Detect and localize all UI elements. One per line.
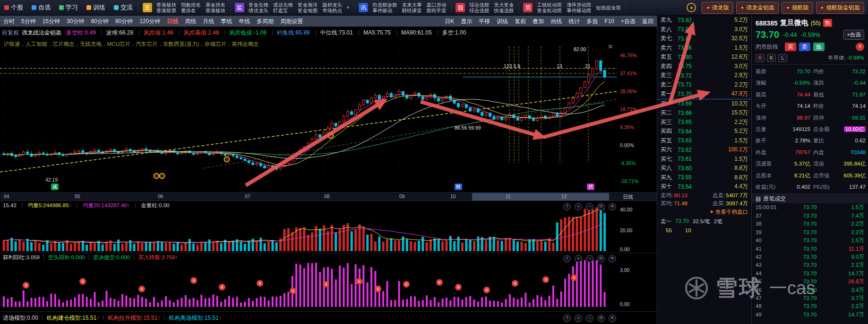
help-icon[interactable]: ? — [563, 203, 571, 210]
main-chart[interactable]: 沪股通，人工智能，芯片概念，无线充电，MCU芯片，汽车芯片，东数西算(算力)，存… — [0, 39, 657, 192]
tool-叠加[interactable]: 叠加 — [529, 16, 547, 27]
period-年线[interactable]: 年线 — [235, 16, 253, 27]
buy-level-row[interactable]: 买十73.544.4万 — [657, 182, 751, 192]
tool-返回[interactable]: 返回 — [639, 16, 657, 27]
buy-level-row[interactable]: 买八73.608.8万 — [657, 164, 751, 173]
toolbar-subitem[interactable]: 题材龙头市场热点 — [320, 0, 344, 15]
tool-复权[interactable]: 复权 — [511, 16, 529, 27]
sell-level-row[interactable]: 卖三73.722.9万 — [657, 71, 751, 80]
period-多周期[interactable]: 多周期 — [253, 16, 277, 27]
sell-level-row[interactable]: 卖六73.861.5万 — [657, 44, 751, 53]
tool-显示[interactable]: 显示 — [457, 16, 475, 27]
toolbar-subitem[interactable]: 盘口异动股民学堂 — [424, 0, 448, 15]
buy-level-row[interactable]: 买一73.6910.3万 — [657, 99, 751, 109]
sell-level-row[interactable]: 卖一73.7047.9万 — [657, 89, 751, 99]
flag-k[interactable]: K — [767, 54, 776, 62]
zoom-out-icon[interactable]: － — [586, 315, 593, 322]
toolbar-subitem[interactable]: 香港板块香港股票 — [154, 0, 179, 15]
tick-list-header[interactable]: ▤ 逐笔成交 — [752, 194, 868, 203]
refresh-icon[interactable]: ⟳ — [597, 255, 605, 263]
period-周线[interactable]: 周线 — [181, 16, 199, 27]
toolbar-subitem[interactable]: 工线轮动简资金轮动简 — [534, 0, 564, 15]
sector-change[interactable]: 半导体:-0.98% — [828, 54, 864, 61]
indicator-panel[interactable]: 获利回吐:3.059丨空头回补:0.000丨坚决做空:0.000丨买入持股:3.… — [0, 253, 657, 311]
tool-画线[interactable]: 画线 — [547, 16, 565, 27]
toolbar-item-个股[interactable]: 个股 — [0, 0, 27, 15]
toolbar-subitem[interactable]: 道达先锋盯盘宝 — [271, 0, 295, 15]
period-日线[interactable]: 日线 — [163, 16, 181, 27]
period-90分钟[interactable]: 90分钟 — [112, 16, 136, 27]
toolbar-subitem[interactable]: 未来大事财经课堂 — [399, 0, 424, 15]
volume-panel[interactable]: 15.42 丨 均量5:244986.85↑ 丨 均量20:143287.40↑… — [0, 201, 657, 253]
buy-level-row[interactable]: 买九73.558.8万 — [657, 173, 751, 183]
flag-l[interactable]: L — [778, 54, 787, 62]
sell-level-row[interactable]: 卖二73.712.2万 — [657, 80, 751, 90]
tool-统计[interactable]: 统计 — [565, 16, 583, 27]
refresh-icon[interactable]: ⟳ — [597, 315, 605, 322]
event-badge-财[interactable]: 财 — [455, 184, 462, 190]
toolbar-item-学习[interactable]: 学习 — [55, 0, 82, 15]
level2-depth-link[interactable]: ✦ 查看千档盘口 — [657, 208, 751, 217]
close-icon[interactable]: ✕ — [609, 255, 616, 263]
toolbar-subitem[interactable]: 基金排名香港板块 — [203, 0, 228, 15]
buy-level-row[interactable]: 买七73.611.5万 — [657, 155, 751, 164]
tool-+自选[interactable]: +自选 — [618, 16, 639, 27]
toolbar-subitem[interactable]: 无大资金快速选股 — [491, 0, 516, 15]
close-icon[interactable]: ✕ — [609, 315, 616, 322]
toolbar-subitem[interactable]: 指数排名看排名 — [179, 0, 203, 15]
edition-button-强龙金钥匙[interactable]: ✦强龙金钥匙 — [736, 2, 779, 14]
period-5分钟[interactable]: 5分钟 — [18, 16, 39, 27]
toolbar-subitem[interactable]: 涨停异动简事件驱动简 — [564, 0, 594, 15]
close-icon[interactable]: ✕ — [609, 203, 616, 210]
refine-button[interactable]: 炼 — [813, 43, 825, 51]
candlestick-canvas[interactable] — [0, 39, 617, 192]
toolbar-subitem[interactable]: 短线提金简 — [593, 0, 623, 15]
tool-平移[interactable]: 平移 — [475, 16, 493, 27]
toolbar-subitem[interactable]: 资金先锋绩优龙头 — [246, 0, 271, 15]
period-30分钟[interactable]: 30分钟 — [63, 16, 87, 27]
edition-button-领航版[interactable]: ✦领航版 — [782, 2, 813, 14]
popout-icon[interactable]: ⧉ — [609, 44, 612, 50]
sell-level-row[interactable]: 卖四73.753.0万 — [657, 62, 751, 71]
vip-icon[interactable]: ◈ — [687, 3, 696, 12]
tool-训练[interactable]: 训练 — [493, 16, 511, 27]
add-watchlist-button[interactable]: +自选 — [843, 30, 864, 40]
zoom-in-icon[interactable]: ＋ — [575, 255, 582, 263]
toolbar-subitem[interactable]: 自选股诊股事件驱动 — [370, 0, 400, 15]
period-月线[interactable]: 月线 — [199, 16, 217, 27]
zoom-out-icon[interactable]: － — [586, 203, 593, 210]
toolbar-subitem[interactable]: 综合选股综合选股 — [467, 0, 491, 15]
period-季线[interactable]: 季线 — [217, 16, 235, 27]
buy-level-row[interactable]: 买五73.631.5万 — [657, 136, 751, 146]
sell-level-row[interactable]: 卖九73.925.2万 — [657, 16, 751, 25]
event-badge-减[interactable]: 减 — [51, 184, 59, 190]
tool-多股[interactable]: 多股 — [583, 16, 601, 27]
zoom-in-icon[interactable]: ＋ — [575, 203, 582, 210]
sell-level-row[interactable]: 卖五73.8012.6万 — [657, 53, 751, 62]
help-icon[interactable]: ? — [563, 255, 571, 263]
toolbar-item-训练[interactable]: 训练 — [82, 0, 110, 15]
refresh-icon[interactable]: ⟳ — [597, 203, 605, 210]
buy-level-row[interactable]: 买三73.652.2万 — [657, 118, 751, 127]
buy-level-row[interactable]: 买六73.62100.1万 — [657, 145, 751, 155]
sell-level-row[interactable]: 卖七73.8732.5万 — [657, 34, 751, 44]
zoom-in-icon[interactable]: ＋ — [575, 315, 582, 322]
toolbar-item-交流[interactable]: 交流 — [110, 0, 137, 15]
event-badge-榜[interactable]: 榜 — [587, 184, 594, 190]
tool-日K[interactable]: 日K — [441, 16, 457, 27]
period-分时[interactable]: 分时 — [0, 16, 18, 27]
visible-range-scrollbar[interactable] — [472, 193, 609, 201]
flag-r[interactable]: R — [756, 54, 765, 62]
toolbar-subitem[interactable]: 资金海洋资金地图 — [295, 0, 320, 15]
chevron-down-icon[interactable]: ▼ — [346, 5, 350, 10]
buy-level-row[interactable]: 买二73.6615.5万 — [657, 108, 751, 118]
sell-button[interactable]: 卖 — [799, 43, 810, 51]
period-120分钟[interactable]: 120分钟 — [136, 16, 163, 27]
zoom-out-icon[interactable]: － — [586, 255, 593, 263]
toolbar-item-自选[interactable]: 自选 — [27, 0, 55, 15]
period-周期设置[interactable]: 周期设置 — [277, 16, 306, 27]
period-60分钟[interactable]: 60分钟 — [87, 16, 112, 27]
buy-level-row[interactable]: 买四73.645.2万 — [657, 127, 751, 136]
help-icon[interactable]: ? — [563, 315, 571, 322]
buy-button[interactable]: 买 — [785, 43, 796, 51]
